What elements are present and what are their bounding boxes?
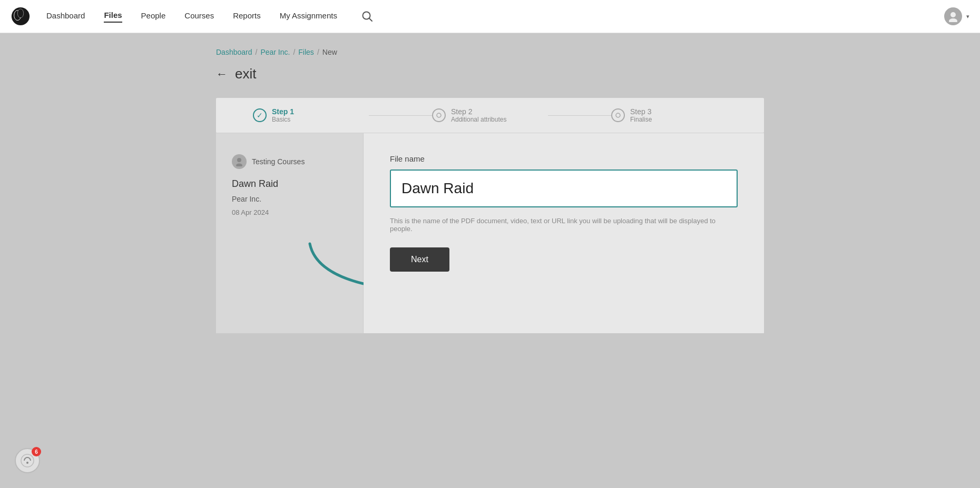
content-wrapper: Dashboard / Pear Inc. / Files / New ← ex… bbox=[174, 48, 806, 333]
step-1-text: Step 1 Basics bbox=[272, 107, 294, 123]
file-name-label: File name bbox=[390, 154, 738, 163]
svg-point-10 bbox=[236, 164, 242, 167]
svg-point-6 bbox=[949, 18, 957, 22]
nav-courses[interactable]: Courses bbox=[184, 11, 214, 22]
svg-line-4 bbox=[369, 18, 372, 22]
left-panel: Testing Courses Dawn Raid Pear Inc. 08 A… bbox=[216, 133, 364, 333]
user-avatar[interactable] bbox=[944, 7, 962, 25]
step-2-icon bbox=[432, 108, 446, 122]
svg-point-9 bbox=[237, 158, 241, 162]
step-1-sub: Basics bbox=[272, 116, 294, 123]
svg-point-13 bbox=[26, 462, 28, 464]
breadcrumb-sep-1: / bbox=[256, 48, 258, 56]
breadcrumb-dashboard[interactable]: Dashboard bbox=[216, 48, 252, 56]
step-2-sub: Additional attributes bbox=[451, 116, 506, 123]
nav-dashboard[interactable]: Dashboard bbox=[46, 11, 85, 22]
exit-label[interactable]: exit bbox=[235, 66, 256, 82]
step-2-text: Step 2 Additional attributes bbox=[451, 107, 506, 123]
step-3-icon bbox=[611, 108, 625, 122]
next-button[interactable]: Next bbox=[390, 247, 449, 272]
preview-user-avatar bbox=[232, 154, 247, 169]
preview-user-row: Testing Courses bbox=[232, 154, 347, 169]
page-body: Dashboard / Pear Inc. / Files / New ← ex… bbox=[0, 33, 980, 488]
search-icon[interactable] bbox=[361, 11, 373, 22]
notification-badge[interactable]: 6 bbox=[15, 448, 40, 473]
step-3-text: Step 3 Finalise bbox=[630, 107, 652, 123]
nav-people[interactable]: People bbox=[141, 11, 166, 22]
step-1: ✓ Step 1 Basics bbox=[253, 107, 369, 123]
main-panel: Testing Courses Dawn Raid Pear Inc. 08 A… bbox=[216, 133, 764, 333]
svg-point-2 bbox=[17, 9, 23, 18]
nav-my-assignments[interactable]: My Assignments bbox=[280, 11, 337, 22]
svg-point-7 bbox=[437, 113, 441, 117]
step-1-icon: ✓ bbox=[253, 108, 267, 122]
navbar: Dashboard Files People Courses Reports M… bbox=[0, 0, 980, 33]
step-2-name: Step 2 bbox=[451, 107, 506, 116]
nav-reports[interactable]: Reports bbox=[233, 11, 261, 22]
stepper: ✓ Step 1 Basics Step 2 Additional att bbox=[253, 107, 727, 123]
svg-point-5 bbox=[950, 12, 956, 17]
step-1-name: Step 1 bbox=[272, 107, 294, 116]
step-sep-2 bbox=[548, 115, 611, 116]
svg-point-8 bbox=[616, 113, 620, 117]
step-2: Step 2 Additional attributes bbox=[432, 107, 548, 123]
preview-date: 08 Apr 2024 bbox=[232, 208, 347, 216]
app-logo[interactable] bbox=[11, 6, 31, 26]
user-menu[interactable]: ▾ bbox=[944, 7, 969, 25]
back-arrow-icon[interactable]: ← bbox=[216, 67, 228, 81]
preview-org: Pear Inc. bbox=[232, 195, 347, 203]
notification-count: 6 bbox=[32, 447, 41, 456]
nav-links: Dashboard Files People Courses Reports M… bbox=[46, 11, 944, 23]
user-menu-chevron[interactable]: ▾ bbox=[966, 13, 969, 20]
breadcrumb: Dashboard / Pear Inc. / Files / New bbox=[216, 48, 764, 56]
step-1-check-icon: ✓ bbox=[257, 111, 263, 119]
svg-point-12 bbox=[21, 454, 34, 467]
breadcrumb-pear[interactable]: Pear Inc. bbox=[260, 48, 290, 56]
nav-files[interactable]: Files bbox=[104, 11, 122, 23]
file-name-input[interactable] bbox=[390, 170, 738, 207]
step-sep-1 bbox=[369, 115, 432, 116]
step-3-sub: Finalise bbox=[630, 116, 652, 123]
right-panel: File name This is the name of the PDF do… bbox=[364, 133, 764, 333]
preview-title: Dawn Raid bbox=[232, 178, 347, 190]
stepper-container: ✓ Step 1 Basics Step 2 Additional att bbox=[216, 98, 764, 133]
breadcrumb-new: New bbox=[322, 48, 337, 56]
step-3-name: Step 3 bbox=[630, 107, 652, 116]
field-hint: This is the name of the PDF document, vi… bbox=[390, 217, 738, 233]
step-3: Step 3 Finalise bbox=[611, 107, 727, 123]
exit-row: ← exit bbox=[216, 66, 764, 82]
breadcrumb-sep-3: / bbox=[317, 48, 319, 56]
breadcrumb-files[interactable]: Files bbox=[298, 48, 314, 56]
breadcrumb-sep-2: / bbox=[293, 48, 295, 56]
preview-course-label: Testing Courses bbox=[252, 157, 305, 166]
